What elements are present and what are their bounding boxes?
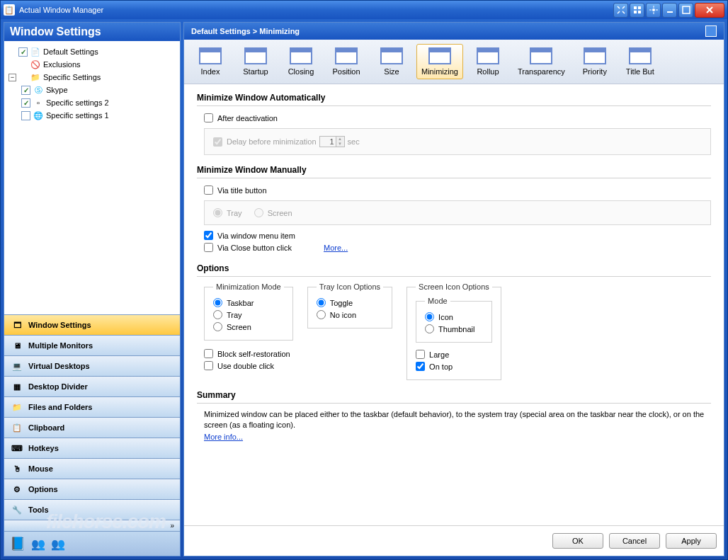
titlebar[interactable]: 📋 Actual Window Manager bbox=[1, 1, 727, 19]
grid-button[interactable] bbox=[630, 3, 644, 18]
check-block-self[interactable]: Block self-restoration bbox=[204, 348, 293, 360]
tab-title-buttons[interactable]: Title But bbox=[620, 44, 661, 79]
rollup-icon bbox=[477, 47, 499, 64]
tab-closing[interactable]: Closing bbox=[280, 44, 322, 79]
tools-icon: 🔧 bbox=[10, 503, 24, 516]
divider bbox=[197, 276, 711, 277]
startup-icon bbox=[244, 47, 267, 64]
nav-files-folders[interactable]: 📁Files and Folders bbox=[4, 397, 180, 418]
content-area: Minimize Window Automatically After deac… bbox=[184, 84, 724, 525]
radio-screen[interactable]: Screen bbox=[213, 321, 284, 333]
clipboard-icon: 📋 bbox=[10, 421, 24, 434]
radio-taskbar[interactable]: Taskbar bbox=[213, 297, 284, 309]
index-icon bbox=[199, 47, 222, 64]
import-icon[interactable]: 👥 bbox=[31, 537, 45, 551]
nav-multiple-monitors[interactable]: 🖥Multiple Monitors bbox=[4, 336, 180, 356]
tab-size[interactable]: Size bbox=[371, 44, 412, 79]
help-icon[interactable]: 📘 bbox=[10, 536, 25, 552]
desktop-icon: 💻 bbox=[10, 360, 24, 372]
checkbox[interactable] bbox=[21, 111, 30, 120]
svg-rect-0 bbox=[634, 6, 637, 9]
nav-hotkeys[interactable]: ⌨Hotkeys bbox=[4, 438, 180, 459]
sidebar-header: Window Settings bbox=[4, 23, 180, 41]
radio-no-icon[interactable]: No icon bbox=[317, 309, 383, 321]
ok-button[interactable]: OK bbox=[552, 533, 603, 549]
delay-box: Delay before minimization ▲▼ sec bbox=[204, 128, 711, 155]
close-button[interactable] bbox=[695, 3, 724, 18]
radio-toggle[interactable]: Toggle bbox=[317, 297, 383, 309]
minimize-button[interactable] bbox=[662, 3, 677, 18]
radio-icon[interactable]: Icon bbox=[425, 311, 483, 323]
check-via-menu[interactable]: Via window menu item bbox=[204, 229, 711, 241]
apply-button[interactable]: Apply bbox=[666, 533, 717, 549]
settings-tree[interactable]: 📄 Default Settings 🚫 Exclusions − 📁 Spec… bbox=[4, 41, 180, 314]
tab-minimizing[interactable]: Minimizing bbox=[416, 44, 463, 79]
tab-index[interactable]: Index bbox=[190, 44, 231, 79]
radio-tray[interactable]: Tray bbox=[213, 309, 284, 321]
tab-startup[interactable]: Startup bbox=[235, 44, 276, 79]
check-via-close[interactable] bbox=[204, 243, 213, 252]
more-info-link[interactable]: More info... bbox=[204, 433, 243, 441]
summary-text: Minimized window can be placed either to… bbox=[204, 409, 711, 431]
nav-expand[interactable]: » bbox=[4, 520, 180, 531]
check-after-deactivation[interactable]: After deactivation bbox=[204, 112, 711, 124]
nav-sections: 🗔Window Settings 🖥Multiple Monitors 💻Vir… bbox=[4, 314, 180, 531]
svg-rect-6 bbox=[683, 6, 690, 13]
tab-transparency[interactable]: Transparency bbox=[513, 44, 570, 79]
radio-thumbnail[interactable]: Thumbnail bbox=[425, 323, 483, 335]
tab-priority[interactable]: Priority bbox=[574, 44, 615, 79]
sidebar: Window Settings 📄 Default Settings 🚫 Exc… bbox=[4, 22, 181, 556]
tree-exclusions[interactable]: 🚫 Exclusions bbox=[7, 58, 177, 71]
fieldset-min-mode: Minimization Mode Taskbar Tray Screen bbox=[204, 282, 293, 341]
export-icon[interactable]: 👥 bbox=[51, 537, 65, 551]
maximize-button[interactable] bbox=[678, 3, 693, 18]
tree-item-specific-2[interactable]: ▫ Specific settings 2 bbox=[20, 96, 177, 109]
cancel-button[interactable]: Cancel bbox=[609, 533, 660, 549]
section-title: Minimize Window Manually bbox=[197, 165, 711, 175]
detach-icon[interactable] bbox=[705, 25, 717, 37]
checkbox[interactable] bbox=[18, 47, 28, 57]
expand-button[interactable] bbox=[613, 3, 628, 18]
app-window: 📋 Actual Window Manager Window Settings … bbox=[0, 0, 728, 560]
section-title: Summary bbox=[197, 390, 711, 400]
tree-item-skype[interactable]: Ⓢ Skype bbox=[20, 84, 177, 96]
section-manual: Minimize Window Manually Via title butto… bbox=[197, 165, 711, 253]
nav-tools[interactable]: 🔧Tools bbox=[4, 500, 180, 520]
delay-spinner: ▲▼ bbox=[319, 136, 345, 147]
window-icon: ▫ bbox=[33, 97, 44, 108]
check-large[interactable]: Large bbox=[416, 348, 492, 360]
nav-desktop-divider[interactable]: ▦Desktop Divider bbox=[4, 377, 180, 397]
divider bbox=[197, 105, 711, 106]
tab-rollup[interactable]: Rollup bbox=[467, 44, 508, 79]
snap-button[interactable] bbox=[646, 3, 661, 18]
tree-default-settings[interactable]: 📄 Default Settings bbox=[7, 45, 177, 58]
titlebuttons-icon bbox=[629, 47, 652, 64]
section-options: Options Minimization Mode Taskbar Tray S… bbox=[197, 263, 711, 380]
checkbox[interactable] bbox=[21, 86, 30, 95]
checkbox[interactable] bbox=[21, 98, 30, 108]
divider-icon: ▦ bbox=[10, 380, 24, 393]
gear-icon: ⚙ bbox=[10, 483, 24, 496]
fieldset-screen-icon: Screen Icon Options Mode Icon Thumbnail … bbox=[406, 282, 501, 380]
check-on-top[interactable]: On top bbox=[416, 360, 492, 372]
fieldset-screen-mode: Mode Icon Thumbnail bbox=[416, 297, 492, 343]
check-use-dbl[interactable]: Use double click bbox=[204, 360, 293, 372]
monitors-icon: 🖥 bbox=[10, 339, 24, 352]
nav-window-settings[interactable]: 🗔Window Settings bbox=[4, 315, 180, 336]
app-icon: 📋 bbox=[4, 4, 15, 16]
collapse-icon[interactable]: − bbox=[8, 74, 16, 81]
tree-item-specific-1[interactable]: 🌐 Specific settings 1 bbox=[20, 109, 177, 122]
check-via-title[interactable]: Via title button bbox=[204, 184, 711, 196]
nav-clipboard[interactable]: 📋Clipboard bbox=[4, 418, 180, 438]
folder-icon: 📁 bbox=[30, 72, 41, 83]
nav-mouse[interactable]: 🖱Mouse bbox=[4, 459, 180, 479]
position-icon bbox=[335, 47, 358, 64]
transparency-icon bbox=[530, 47, 552, 64]
nav-options[interactable]: ⚙Options bbox=[4, 479, 180, 500]
nav-virtual-desktops[interactable]: 💻Virtual Desktops bbox=[4, 356, 180, 377]
more-link[interactable]: More... bbox=[324, 244, 348, 252]
title-target-box: Tray Screen bbox=[204, 200, 711, 225]
tree-specific-settings[interactable]: − 📁 Specific Settings bbox=[7, 71, 177, 84]
tab-position[interactable]: Position bbox=[326, 44, 367, 79]
mouse-icon: 🖱 bbox=[10, 462, 24, 475]
